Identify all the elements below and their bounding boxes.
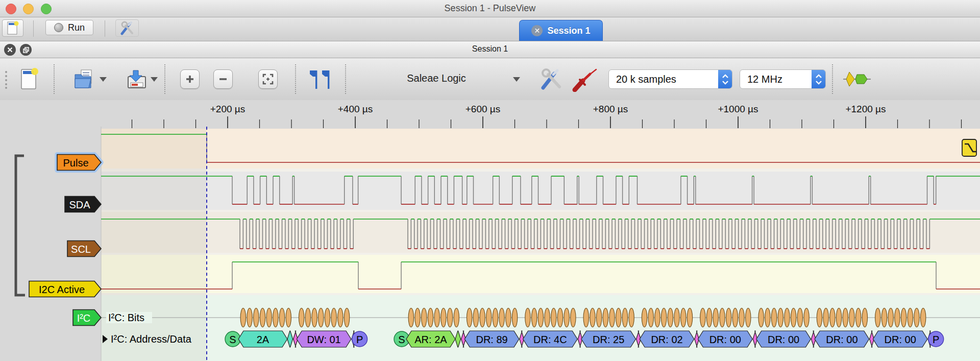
i2c-bit-annotation[interactable]: [616, 308, 621, 327]
i2c-bit-annotation[interactable]: [325, 308, 330, 327]
i2c-bit-annotation[interactable]: [901, 308, 906, 327]
i2c-bit-annotation[interactable]: [739, 308, 744, 327]
i2c-bit-annotation[interactable]: [486, 308, 492, 327]
i2c-bit-annotation[interactable]: [454, 308, 459, 327]
i2c-bit-annotation[interactable]: [434, 308, 439, 327]
i2c-bit-annotation[interactable]: [823, 308, 828, 327]
sample-count-stepper[interactable]: [718, 70, 732, 88]
i2c-bit-annotation[interactable]: [279, 308, 284, 327]
i2c-bit-annotation[interactable]: [875, 308, 880, 327]
i2c-bit-annotation[interactable]: [273, 308, 278, 327]
i2c-bit-annotation[interactable]: [648, 308, 653, 327]
open-file-button[interactable]: [73, 68, 95, 90]
decoder-row-background[interactable]: [101, 295, 980, 361]
i2c-bit-annotation[interactable]: [655, 308, 660, 327]
i2c-bit-annotation[interactable]: [674, 308, 679, 327]
i2c-bit-annotation[interactable]: [447, 308, 452, 327]
i2c-bit-annotation[interactable]: [706, 308, 712, 327]
zoom-in-button[interactable]: [180, 69, 200, 89]
i2c-bit-annotation[interactable]: [318, 308, 324, 327]
device-select[interactable]: Saleae Logic: [403, 73, 470, 84]
sample-count-select[interactable]: 20 k samples: [608, 69, 732, 89]
i2c-bit-annotation[interactable]: [415, 308, 420, 327]
i2c-bit-annotation[interactable]: [843, 308, 848, 327]
i2c-bit-annotation[interactable]: [855, 308, 861, 327]
i2c-bit-annotation[interactable]: [804, 308, 809, 327]
i2c-bit-annotation[interactable]: [531, 308, 536, 327]
new-session-button[interactable]: [2, 19, 23, 37]
i2c-bit-annotation[interactable]: [642, 308, 647, 327]
i2c-bit-annotation[interactable]: [305, 308, 310, 327]
i2c-bit-annotation[interactable]: [240, 308, 246, 327]
i2c-bit-annotation[interactable]: [629, 308, 634, 327]
i2c-bit-annotation[interactable]: [422, 308, 427, 327]
i2c-bit-annotation[interactable]: [713, 308, 718, 327]
i2c-bit-annotation[interactable]: [758, 308, 764, 327]
i2c-bit-annotation[interactable]: [888, 308, 893, 327]
i2c-bit-annotation[interactable]: [726, 308, 731, 327]
i2c-bit-annotation[interactable]: [286, 308, 291, 327]
waveform-view[interactable]: +200 µs+400 µs+600 µs+800 µs+1000 µs+120…: [0, 100, 980, 361]
i2c-bit-annotation[interactable]: [661, 308, 666, 327]
i2c-bit-annotation[interactable]: [493, 308, 498, 327]
i2c-bit-annotation[interactable]: [622, 308, 627, 327]
i2c-bit-annotation[interactable]: [895, 308, 900, 327]
i2c-bit-annotation[interactable]: [344, 308, 349, 327]
i2c-bit-annotation[interactable]: [700, 308, 705, 327]
i2c-bit-annotation[interactable]: [506, 308, 511, 327]
add-decoder-button[interactable]: [843, 69, 871, 89]
i2c-bit-annotation[interactable]: [668, 308, 673, 327]
i2c-bit-annotation[interactable]: [525, 308, 530, 327]
i2c-bit-annotation[interactable]: [545, 308, 550, 327]
i2c-bit-annotation[interactable]: [881, 308, 887, 327]
i2c-bit-annotation[interactable]: [571, 308, 576, 327]
show-cursors-button[interactable]: [307, 69, 332, 90]
save-dropdown-arrow[interactable]: [151, 77, 158, 82]
i2c-bit-annotation[interactable]: [746, 308, 751, 327]
i2c-bit-annotation[interactable]: [797, 308, 802, 327]
toolbar-drag-handle[interactable]: [4, 70, 8, 89]
i2c-bit-annotation[interactable]: [338, 308, 343, 327]
session-tab[interactable]: ✕ Session 1: [519, 20, 603, 41]
i2c-bit-annotation[interactable]: [920, 308, 925, 327]
i2c-bit-annotation[interactable]: [732, 308, 738, 327]
i2c-bit-annotation[interactable]: [480, 308, 485, 327]
i2c-bit-annotation[interactable]: [849, 308, 854, 327]
i2c-bit-annotation[interactable]: [260, 308, 265, 327]
i2c-bit-annotation[interactable]: [603, 308, 608, 327]
i2c-bit-annotation[interactable]: [609, 308, 615, 327]
i2c-bit-annotation[interactable]: [247, 308, 252, 327]
i2c_active-row-background[interactable]: [101, 255, 980, 293]
i2c-bit-annotation[interactable]: [765, 308, 770, 327]
i2c-bit-annotation[interactable]: [914, 308, 919, 327]
i2c-bit-annotation[interactable]: [331, 308, 336, 327]
i2c-bit-annotation[interactable]: [720, 308, 725, 327]
i2c-bit-annotation[interactable]: [583, 308, 589, 327]
i2c-bit-annotation[interactable]: [596, 308, 601, 327]
configure-device-button[interactable]: [539, 68, 562, 90]
waveform-canvas[interactable]: +200 µs+400 µs+600 µs+800 µs+1000 µs+120…: [0, 100, 980, 361]
i2c-bit-annotation[interactable]: [564, 308, 569, 327]
i2c-bit-annotation[interactable]: [299, 308, 304, 327]
close-session-tab-icon[interactable]: ✕: [531, 25, 543, 36]
i2c-bit-annotation[interactable]: [557, 308, 562, 327]
zoom-out-button[interactable]: [213, 69, 233, 89]
i2c-bit-annotation[interactable]: [312, 308, 317, 327]
i2c-bit-annotation[interactable]: [254, 308, 259, 327]
i2c-bit-annotation[interactable]: [512, 308, 517, 327]
i2c-bit-annotation[interactable]: [408, 308, 413, 327]
i2c-bit-annotation[interactable]: [467, 308, 472, 327]
i2c-bit-annotation[interactable]: [836, 308, 841, 327]
open-dropdown-arrow[interactable]: [100, 77, 107, 82]
i2c-bit-annotation[interactable]: [428, 308, 433, 327]
i2c-bit-annotation[interactable]: [862, 308, 867, 327]
zoom-fit-button[interactable]: [258, 69, 278, 89]
i2c-bit-annotation[interactable]: [771, 308, 776, 327]
device-dropdown-arrow[interactable]: [513, 77, 520, 82]
i2c-bit-annotation[interactable]: [681, 308, 686, 327]
i2c-bit-annotation[interactable]: [473, 308, 478, 327]
i2c-bit-annotation[interactable]: [785, 308, 790, 327]
i2c-bit-annotation[interactable]: [538, 308, 543, 327]
run-button[interactable]: Run: [45, 20, 93, 35]
i2c-bit-annotation[interactable]: [266, 308, 272, 327]
